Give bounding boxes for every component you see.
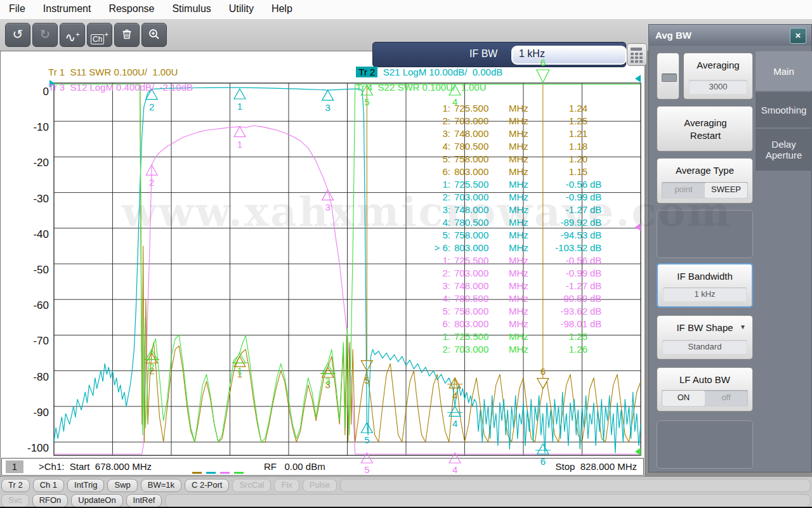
tab-main[interactable]: Main — [756, 51, 812, 91]
marker-cell: 1: — [434, 102, 450, 115]
marker-cell: 725.500 — [454, 330, 509, 343]
tab-delay-aperture[interactable]: Delay Aperture — [756, 129, 812, 171]
marker-cell: 2: — [434, 343, 450, 356]
trace3-legend[interactable]: Tr 3 S12 LogM 0.400dB/ -2.10dB — [43, 71, 193, 93]
menu-help[interactable]: Help — [263, 0, 301, 15]
svg-text:-40: -40 — [33, 228, 49, 240]
status-swp[interactable]: Swp — [107, 479, 137, 492]
averaging-led-indicator — [662, 74, 677, 82]
marker-cell: MHz — [509, 330, 538, 343]
status-pulse: Pulse — [303, 479, 337, 492]
status-tr-2[interactable]: Tr 2 — [1, 479, 30, 492]
marker-cell: dB — [590, 318, 609, 330]
marker-cell — [590, 330, 609, 343]
delete-button[interactable] — [114, 23, 140, 47]
marker-cell: MHz — [509, 280, 538, 292]
tab-smoothing[interactable]: Smoothing — [756, 92, 812, 127]
status-inttrig[interactable]: IntTrig — [67, 479, 104, 492]
menu-stimulus[interactable]: Stimulus — [163, 0, 219, 15]
marker-row: 4:780.500MHz1.18 — [434, 140, 609, 153]
svg-text:4: 4 — [452, 464, 457, 475]
lf-auto-on[interactable]: ON — [662, 391, 705, 406]
add-channel-button[interactable]: Ch+ — [87, 23, 112, 47]
average-type-toggle[interactable]: point SWEEP — [662, 182, 748, 199]
trace4-legend[interactable]: Tr 4 S22 SWR 0.100U/ 1.00U — [351, 71, 486, 93]
marker-cell: MHz — [509, 229, 538, 242]
average-type-button[interactable]: Average Type point SWEEP — [657, 158, 753, 204]
marker-cell: -0.99 — [538, 191, 587, 204]
ifbw-shape-value: Standard — [662, 340, 747, 354]
marker-cell: 748.000 — [454, 280, 509, 292]
average-type-point[interactable]: point — [662, 183, 705, 198]
status-c-2-port[interactable]: C 2-Port — [185, 479, 229, 492]
svg-text:6: 6 — [540, 366, 546, 377]
marker-cell: 780.500 — [454, 140, 509, 153]
if-bandwidth-button[interactable]: IF Bandwidth 1 kHz — [657, 263, 753, 308]
menu-response[interactable]: Response — [100, 0, 163, 15]
marker-cell: -94.53 — [538, 229, 587, 242]
marker-row: 1:725.500MHz-0.56dB — [434, 178, 609, 191]
averaging-button[interactable]: Averaging 3000 — [683, 53, 753, 100]
marker-cell: MHz — [509, 254, 538, 267]
marker-row: 3:748.000MHz-1.27dB — [434, 204, 609, 216]
marker-cell: dB — [590, 292, 609, 305]
lf-auto-bw-toggle[interactable]: ON off — [662, 390, 748, 407]
svg-text:1: 1 — [237, 365, 242, 376]
marker-row: 2:703.000MHz1.25 — [434, 115, 609, 127]
marker-cell: 3: — [434, 127, 450, 140]
ifbw-shape-button[interactable]: IF BW Shape ▼ Standard — [657, 315, 753, 360]
svg-text:2: 2 — [149, 177, 154, 188]
close-icon[interactable]: × — [790, 28, 806, 44]
add-trace-button[interactable]: ∿+ — [60, 23, 85, 47]
status-rfon[interactable]: RFOn — [32, 494, 69, 507]
menu-instrument[interactable]: Instrument — [34, 0, 100, 15]
status-ch-1[interactable]: Ch 1 — [33, 479, 64, 492]
marker-cell: -0.56 — [538, 254, 587, 267]
marker-cell: 748.000 — [454, 204, 509, 216]
marker-row: 4:780.500MHz-90.59dB — [434, 292, 609, 305]
marker-cell — [590, 140, 609, 153]
lf-auto-bw-button[interactable]: LF Auto BW ON off — [657, 367, 753, 412]
marker-cell: 780.500 — [454, 216, 509, 229]
status-svc: Svc — [1, 494, 29, 507]
zoom-button[interactable] — [141, 23, 167, 47]
menu-utility[interactable]: Utility — [220, 0, 263, 15]
marker-cell: > 6: — [434, 242, 450, 254]
marker-cell — [590, 153, 609, 166]
marker-cell — [590, 343, 609, 356]
marker-cell: 703.000 — [454, 115, 509, 127]
lf-auto-bw-label: LF Auto BW — [657, 374, 752, 385]
lf-auto-off[interactable]: off — [705, 391, 747, 406]
panel-header[interactable]: Avg BW × — [649, 25, 811, 46]
empty-button-2 — [657, 420, 753, 469]
marker-cell: dB — [590, 191, 609, 204]
status-intref[interactable]: IntRef — [126, 494, 162, 507]
undo-button[interactable]: ↺ — [5, 23, 30, 47]
average-type-sweep[interactable]: SWEEP — [705, 183, 747, 198]
marker-cell: 703.000 — [454, 191, 509, 204]
marker-row: 5:758.000MHz-94.53dB — [434, 229, 609, 242]
menu-file[interactable]: File — [0, 0, 34, 15]
marker-row: 6:803.000MHz-98.01dB — [434, 318, 609, 330]
status-bw=1k[interactable]: BW=1k — [141, 479, 181, 492]
status-fix: Fix — [274, 479, 299, 492]
averaging-toggle-button[interactable] — [657, 53, 679, 100]
svg-text:-60: -60 — [33, 299, 49, 311]
marker-cell: MHz — [509, 292, 538, 305]
svg-text:2: 2 — [149, 101, 154, 112]
marker-cell — [590, 166, 609, 178]
marker-row: 2:703.000MHz1.26 — [434, 343, 609, 356]
marker-readout-table: 1:725.500MHz1.242:703.000MHz1.253:748.00… — [434, 102, 609, 356]
marker-row: > 6:803.000MHz-103.52dB — [434, 242, 609, 254]
marker-cell: MHz — [509, 140, 538, 153]
marker-cell: 6: — [434, 318, 450, 330]
marker-cell: MHz — [509, 267, 538, 280]
marker-cell: 725.500 — [454, 178, 509, 191]
status-updateon[interactable]: UpdateOn — [71, 494, 122, 507]
empty-button-1 — [657, 210, 753, 258]
marker-cell: MHz — [509, 305, 538, 318]
marker-cell: MHz — [509, 343, 538, 356]
marker-row: 4:780.500MHz-89.92dB — [434, 216, 609, 229]
marker-cell: -93.62 — [538, 305, 587, 318]
averaging-restart-button[interactable]: Averaging Restart — [657, 106, 753, 152]
